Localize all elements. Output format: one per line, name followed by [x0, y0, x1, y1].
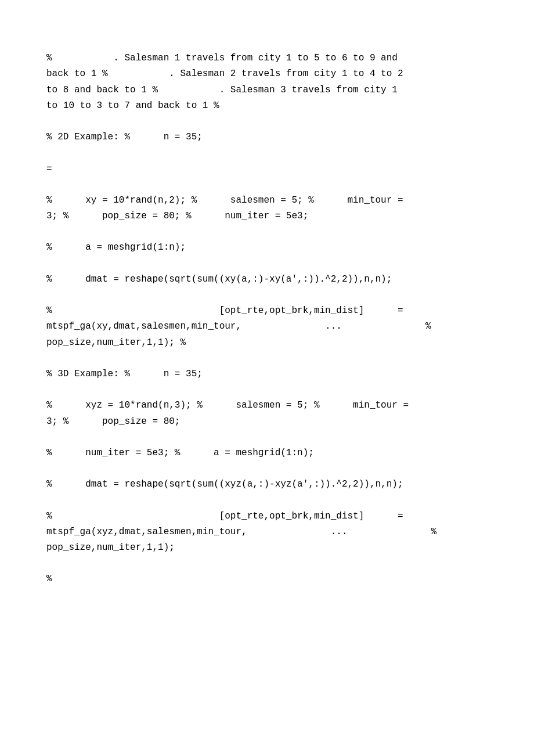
code-line: % — [46, 571, 488, 587]
empty-line — [46, 177, 488, 193]
empty-line — [46, 461, 488, 477]
empty-line — [46, 382, 488, 398]
code-line: % dmat = reshape(sqrt(sum((xy(a,:)-xy(a'… — [46, 272, 488, 287]
code-line: % num_iter = 5e3; % a = meshgrid(1:n); — [46, 445, 488, 461]
empty-line — [46, 224, 488, 240]
empty-line — [46, 430, 488, 445]
code-line: % . Salesman 1 travels from city 1 to 5 … — [46, 51, 488, 66]
code-line: % a = meshgrid(1:n); — [46, 240, 488, 255]
empty-line — [46, 492, 488, 508]
empty-line — [46, 145, 488, 161]
code-line: = — [46, 161, 488, 177]
code-line: % [opt_rte,opt_brk,min_dist] = — [46, 303, 488, 319]
empty-line — [46, 114, 488, 129]
code-line: 3; % pop_size = 80; — [46, 414, 488, 430]
code-line: mtspf_ga(xyz,dmat,salesmen,min_tour, ...… — [46, 524, 488, 540]
empty-line — [46, 256, 488, 272]
code-line: 3; % pop_size = 80; % num_iter = 5e3; — [46, 208, 488, 224]
code-line: pop_size,num_iter,1,1); — [46, 540, 488, 556]
code-line: back to 1 % . Salesman 2 travels from ci… — [46, 66, 488, 82]
code-line: % xy = 10*rand(n,2); % salesmen = 5; % m… — [46, 193, 488, 208]
empty-line — [46, 351, 488, 366]
code-line: % 3D Example: % n = 35; — [46, 366, 488, 382]
code-line: mtspf_ga(xy,dmat,salesmen,min_tour, ... … — [46, 319, 488, 334]
empty-line — [46, 287, 488, 303]
empty-line — [46, 556, 488, 571]
code-line: % 2D Example: % n = 35; — [46, 129, 488, 145]
code-line: pop_size,num_iter,1,1); % — [46, 335, 488, 351]
code-line: % dmat = reshape(sqrt(sum((xyz(a,:)-xyz(… — [46, 477, 488, 492]
code-line: to 8 and back to 1 % . Salesman 3 travel… — [46, 82, 488, 98]
code-line: to 10 to 3 to 7 and back to 1 % — [46, 98, 488, 114]
code-line: % xyz = 10*rand(n,3); % salesmen = 5; % … — [46, 398, 488, 413]
code-content: % . Salesman 1 travels from city 1 to 5 … — [46, 35, 488, 588]
code-line: % [opt_rte,opt_brk,min_dist] = — [46, 509, 488, 524]
